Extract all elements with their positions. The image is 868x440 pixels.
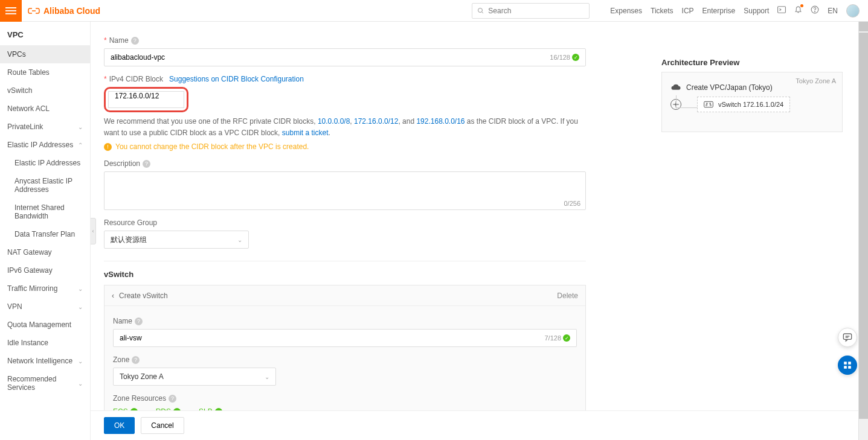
user-avatar[interactable] xyxy=(846,4,860,18)
sidebar-item-ipv6-gateway[interactable]: IPv6 Gateway xyxy=(0,261,90,279)
sidebar-item-quota[interactable]: Quota Management xyxy=(0,316,90,334)
sidebar-item-recommended[interactable]: Recommended Services⌄ xyxy=(0,370,90,397)
search-input[interactable] xyxy=(488,7,584,15)
header-links: Expenses Tickets ICP Enterprise Support … xyxy=(602,4,868,18)
help-icon[interactable] xyxy=(811,5,819,16)
name-counter: 16/128✓ xyxy=(550,54,579,61)
brand-logo[interactable]: Alibaba Cloud xyxy=(22,6,106,16)
chevron-down-icon: ⌄ xyxy=(78,358,83,365)
hamburger-menu[interactable] xyxy=(0,0,22,22)
apps-float-button[interactable] xyxy=(838,356,857,375)
vswitch-panel: ‹ Create vSwitch Delete Name ? 7/128✓ Zo… xyxy=(104,285,586,410)
svg-rect-19 xyxy=(848,362,851,365)
nav-expenses[interactable]: Expenses xyxy=(610,7,642,15)
cidr-label: *IPv4 CIDR BlockSuggestions on CIDR Bloc… xyxy=(104,75,586,83)
vpc-cidr-input[interactable] xyxy=(115,92,178,100)
vswitch-delete-button[interactable]: Delete xyxy=(557,292,578,300)
description-counter: 0/256 xyxy=(564,200,580,207)
nav-enterprise[interactable]: Enterprise xyxy=(702,7,736,15)
search-icon xyxy=(477,7,484,14)
preview-title: Architecture Preview xyxy=(661,58,843,67)
preview-zone-label: Tokyo Zone A xyxy=(796,77,836,84)
svg-rect-20 xyxy=(844,366,847,369)
cidr-recommend-text: We recommend that you use one of the RFC… xyxy=(104,116,586,139)
help-icon[interactable]: ? xyxy=(169,395,176,403)
sidebar-item-privatelink[interactable]: PrivateLink⌄ xyxy=(0,118,90,136)
warning-icon: ! xyxy=(104,143,112,151)
help-icon[interactable]: ? xyxy=(131,37,139,45)
cidr-link-172[interactable]: 172.16.0.0/12 xyxy=(354,117,398,126)
resource-group-select[interactable]: 默认资源组⌄ xyxy=(104,231,249,249)
vswitch-zone-select[interactable]: Tokyo Zone A⌄ xyxy=(113,368,276,386)
chevron-down-icon: ⌄ xyxy=(78,285,83,292)
cidr-link-192[interactable]: 192.168.0.0/16 xyxy=(416,117,465,126)
sidebar-item-vpn[interactable]: VPN⌄ xyxy=(0,298,90,316)
sidebar-title: VPC xyxy=(0,22,90,45)
sidebar-collapse-handle[interactable]: ‹ xyxy=(91,218,96,244)
description-label: Description ? xyxy=(104,159,586,168)
shell-icon[interactable] xyxy=(777,6,786,15)
sidebar-item-anycast-eip[interactable]: Anycast Elastic IP Addresses xyxy=(0,172,90,199)
sidebar-item-data-transfer[interactable]: Data Transfer Plan xyxy=(0,225,90,243)
nav-support[interactable]: Support xyxy=(744,7,769,15)
name-input-wrapper: 16/128✓ xyxy=(104,48,586,66)
back-chevron-icon[interactable]: ‹ xyxy=(112,292,114,300)
cidr-suggestions-link[interactable]: Suggestions on CIDR Block Configuration xyxy=(169,75,304,83)
sidebar-item-vpcs[interactable]: VPCs xyxy=(0,45,90,63)
cidr-link-10[interactable]: 10.0.0.0/8 xyxy=(318,117,350,126)
ok-button[interactable]: OK xyxy=(104,417,135,434)
nav-tickets[interactable]: Tickets xyxy=(651,7,674,15)
nav-icp[interactable]: ICP xyxy=(682,7,694,15)
help-icon[interactable]: ? xyxy=(135,317,143,325)
sidebar-item-shared-bandwidth[interactable]: Internet Shared Bandwidth xyxy=(0,199,90,225)
hamburger-icon xyxy=(5,5,16,16)
submit-ticket-link[interactable]: submit a ticket xyxy=(282,129,329,137)
vpc-name-input[interactable] xyxy=(111,53,550,62)
vswitch-name-input[interactable] xyxy=(120,334,544,342)
sidebar-item-nat-gateway[interactable]: NAT Gateway xyxy=(0,243,90,261)
apps-icon xyxy=(843,361,852,369)
vswitch-name-label: Name ? xyxy=(113,317,577,325)
resource-group-label: Resource Group xyxy=(104,218,586,227)
svg-rect-0 xyxy=(5,7,16,8)
description-textarea[interactable] xyxy=(111,176,579,200)
header: Alibaba Cloud Expenses Tickets ICP Enter… xyxy=(0,0,868,22)
global-search[interactable] xyxy=(472,3,590,19)
svg-rect-6 xyxy=(778,7,786,13)
help-icon[interactable]: ? xyxy=(132,356,140,364)
sidebar-item-idle-instance[interactable]: Idle Instance xyxy=(0,334,90,352)
sidebar-item-network-acl[interactable]: Network ACL xyxy=(0,100,90,118)
cancel-button[interactable]: Cancel xyxy=(141,417,184,434)
chevron-up-icon: ⌃ xyxy=(78,142,83,148)
sidebar-item-vswitch[interactable]: vSwitch xyxy=(0,81,90,100)
sidebar-item-traffic-mirroring[interactable]: Traffic Mirroring⌄ xyxy=(0,279,90,298)
notifications-icon[interactable] xyxy=(794,5,802,16)
sidebar-item-eip[interactable]: Elastic IP Addresses⌃ xyxy=(0,136,90,154)
scrollbar[interactable] xyxy=(858,22,868,440)
cidr-warning: !You cannot change the CIDR block after … xyxy=(104,142,586,151)
divider xyxy=(104,261,586,261)
form-footer: OK Cancel xyxy=(91,410,868,440)
svg-rect-18 xyxy=(844,362,847,365)
vswitch-section-title: vSwitch xyxy=(104,270,586,279)
vswitch-name-counter: 7/128✓ xyxy=(544,334,570,342)
vswitch-panel-header: ‹ Create vSwitch Delete xyxy=(104,285,585,306)
vswitch-create-title: Create vSwitch xyxy=(119,292,168,300)
sidebar-item-eip-addresses[interactable]: Elastic IP Addresses xyxy=(0,154,90,172)
chat-float-button[interactable] xyxy=(838,328,857,347)
cloud-icon xyxy=(670,83,681,92)
svg-point-8 xyxy=(815,11,815,12)
svg-rect-2 xyxy=(5,13,16,14)
help-icon[interactable]: ? xyxy=(143,160,150,168)
description-wrapper: 0/256 xyxy=(104,171,586,210)
chevron-down-icon: ⌄ xyxy=(237,237,242,243)
language-switch[interactable]: EN xyxy=(828,7,838,15)
chat-icon xyxy=(843,333,852,342)
architecture-preview: Architecture Preview Tokyo Zone A Create… xyxy=(661,58,843,132)
sidebar-item-network-intel[interactable]: Network Intelligence⌄ xyxy=(0,352,90,370)
chevron-down-icon: ⌄ xyxy=(78,124,83,130)
svg-rect-21 xyxy=(848,366,851,369)
preview-box: Tokyo Zone A Create VPC/Japan (Tokyo) vS… xyxy=(661,72,843,132)
sidebar-item-route-tables[interactable]: Route Tables xyxy=(0,63,90,81)
zone-resources-label: Zone Resources ? xyxy=(113,394,577,403)
